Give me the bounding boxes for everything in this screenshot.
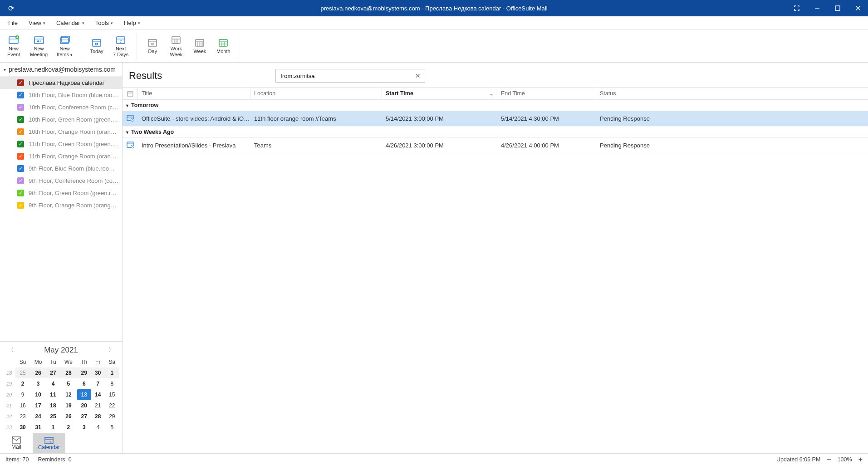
new-meeting-button[interactable]: New Meeting [26,34,51,58]
date-cell[interactable]: 23 [15,411,30,422]
calendar-item[interactable]: Преслава Недкова calendar [0,77,122,89]
today-button[interactable]: Today [86,37,108,55]
menu-tools[interactable]: Tools▾ [91,18,118,28]
result-row[interactable]: OfficeSuite - store videos: Android & iO… [123,111,868,127]
calendar-checkbox[interactable] [17,141,24,147]
group-header[interactable]: ▾Tomorrow [123,100,868,111]
date-cell[interactable]: 17 [30,400,46,411]
date-cell[interactable]: 2 [15,378,30,389]
calendar-item[interactable]: 9th Floor, Blue Room (blue.room.9@… [0,162,122,175]
minimize-button[interactable] [807,0,827,16]
date-cell[interactable]: 28 [91,411,105,422]
end-column-header[interactable]: End Time [497,88,596,99]
work-week-button[interactable]: Work Week [165,34,187,58]
next-7-days-button[interactable]: 7 Next 7 Days [109,34,132,58]
calendar-item[interactable]: 9th Floor, Conference Room (confer… [0,175,122,187]
date-cell[interactable]: 11 [46,389,60,400]
zoom-out-button[interactable]: − [827,455,831,464]
date-cell[interactable]: 15 [105,389,119,400]
group-header[interactable]: ▾Two Weeks Ago [123,127,868,138]
next-month-button[interactable]: 〉 [107,344,116,356]
clear-search-button[interactable]: ✕ [411,72,425,79]
result-row[interactable]: Intro Presentation//Slides - Preslava Te… [123,138,868,153]
calendar-item[interactable]: 10th Floor, Green Room (green.roo… [0,113,122,126]
date-cell[interactable]: 26 [30,367,46,378]
date-cell[interactable]: 6 [77,378,91,389]
search-input[interactable] [276,73,411,79]
date-cell[interactable]: 12 [60,389,77,400]
calendar-checkbox[interactable] [17,165,24,172]
status-column-header[interactable]: Status [596,88,868,99]
close-button[interactable] [848,0,868,16]
date-cell[interactable]: 27 [46,367,60,378]
calendar-checkbox[interactable] [17,153,24,160]
date-cell[interactable]: 16 [15,400,30,411]
calendar-checkbox[interactable] [17,128,24,135]
maximize-button[interactable] [827,0,848,16]
date-cell[interactable]: 4 [91,422,105,433]
calendar-item[interactable]: 10th Floor, Blue Room (blue.room.10… [0,89,122,101]
new-items-button[interactable]: New Items ▾ [53,34,76,58]
date-cell[interactable]: 30 [15,422,30,433]
title-column-header[interactable]: Title [138,88,250,99]
date-cell[interactable]: 22 [105,400,119,411]
new-event-button[interactable]: New Event [3,34,25,58]
date-cell[interactable]: 1 [105,367,119,378]
calendar-checkbox[interactable] [17,116,24,123]
date-cell[interactable]: 25 [46,411,60,422]
date-cell[interactable]: 3 [30,378,46,389]
date-cell[interactable]: 14 [91,389,105,400]
calendar-item[interactable]: 11th Floor, Orange Room (orange.ro… [0,150,122,162]
date-cell[interactable]: 28 [60,367,77,378]
menu-calendar[interactable]: Calendar▾ [52,18,89,28]
calendar-checkbox[interactable] [17,190,24,196]
date-cell[interactable]: 26 [60,411,77,422]
menu-help[interactable]: Help▾ [119,18,145,28]
calendar-nav-button[interactable]: 13 Calendar [33,433,65,453]
date-cell[interactable]: 2 [60,422,77,433]
mail-nav-button[interactable]: Mail [0,433,33,453]
date-cell[interactable]: 29 [77,367,91,378]
calendar-checkbox[interactable] [17,92,24,98]
zoom-in-button[interactable]: + [858,455,863,464]
day-view-button[interactable]: Day [142,37,163,55]
date-cell[interactable]: 8 [105,378,119,389]
icon-column-header[interactable] [123,88,138,99]
date-cell[interactable]: 4 [46,378,60,389]
date-cell[interactable]: 30 [91,367,105,378]
date-cell[interactable]: 13 [77,389,91,400]
date-cell[interactable]: 21 [91,400,105,411]
calendar-item[interactable]: 9th Floor, Green Room (green.room… [0,187,122,199]
date-cell[interactable]: 29 [105,411,119,422]
date-cell[interactable]: 31 [30,422,46,433]
date-cell[interactable]: 10 [30,389,46,400]
calendar-checkbox[interactable] [17,202,24,209]
date-cell[interactable]: 5 [60,378,77,389]
calendar-item[interactable]: 10th Floor, Conference Room (conf… [0,101,122,113]
calendar-item[interactable]: 11th Floor, Green Room (green.roo… [0,138,122,150]
calendar-grid[interactable]: SuMoTuWeThFrSa18252627282930119234567820… [3,357,119,433]
date-cell[interactable]: 24 [30,411,46,422]
calendar-checkbox[interactable] [17,104,24,111]
date-cell[interactable]: 18 [46,400,60,411]
calendar-checkbox[interactable] [17,177,24,184]
date-cell[interactable]: 1 [46,422,60,433]
menu-file[interactable]: File [4,18,22,28]
date-cell[interactable]: 9 [15,389,30,400]
date-cell[interactable]: 27 [77,411,91,422]
date-cell[interactable]: 5 [105,422,119,433]
month-view-button[interactable]: Month [212,37,234,55]
menu-view[interactable]: View▾ [24,18,50,28]
calendar-item[interactable]: 10th Floor, Orange Room (orange.ro… [0,126,122,138]
date-cell[interactable]: 20 [77,400,91,411]
date-cell[interactable]: 19 [60,400,77,411]
calendar-item[interactable]: 9th Floor, Orange Room (orange roo… [0,199,122,211]
week-view-button[interactable]: Week [189,37,211,55]
location-column-header[interactable]: Location [250,88,382,99]
refresh-icon[interactable]: ⟳ [0,4,22,13]
fullscreen-icon[interactable] [786,0,807,16]
calendar-list[interactable]: Преслава Недкова calendar10th Floor, Blu… [0,76,122,341]
calendar-checkbox[interactable] [17,79,24,86]
prev-month-button[interactable]: 〈 [6,344,15,356]
date-cell[interactable]: 25 [15,367,30,378]
